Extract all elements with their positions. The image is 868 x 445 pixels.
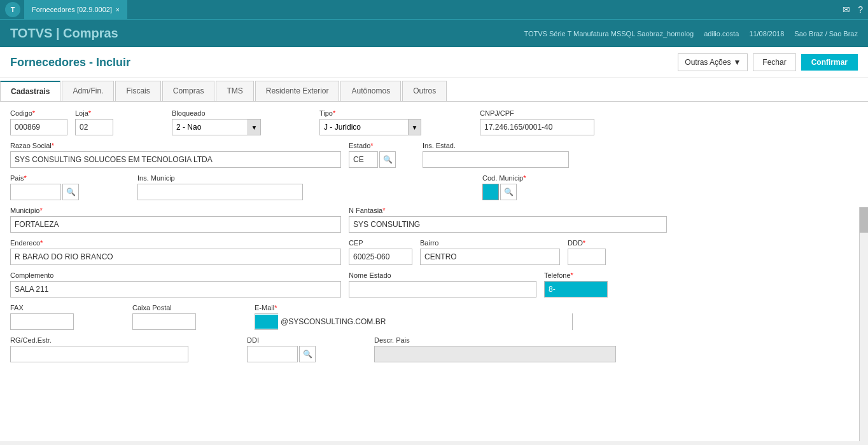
complemento-group: Complemento xyxy=(10,271,341,298)
help-icon[interactable]: ? xyxy=(858,4,863,15)
active-tab[interactable]: Fornecedores [02.9.0002] × xyxy=(24,0,127,19)
bloqueado-select-wrapper: 2 - Nao ▼ xyxy=(172,119,261,135)
confirmar-button[interactable]: Confirmar xyxy=(801,54,858,71)
ddi-group: DDI 🔍 xyxy=(247,336,316,362)
email-label: E-Mail* xyxy=(255,304,858,312)
fax-label: FAX xyxy=(10,304,74,312)
n-fantasia-label: N Fantasia* xyxy=(349,207,667,214)
tab-outros[interactable]: Outros xyxy=(402,81,447,101)
ddi-label: DDI xyxy=(247,336,316,344)
bairro-input[interactable] xyxy=(420,249,560,265)
cod-municip-search: 🔍 xyxy=(482,184,526,200)
telefone-label: Telefone* xyxy=(544,271,608,279)
cep-input[interactable] xyxy=(349,249,412,265)
loja-input[interactable] xyxy=(75,119,113,135)
tab-compras[interactable]: Compras xyxy=(162,81,215,101)
tab-fiscais[interactable]: Fiscais xyxy=(115,81,160,101)
close-tab-icon[interactable]: × xyxy=(116,6,120,13)
form-row-2: Razao Social* Estado* 🔍 Ins. Estad. xyxy=(10,142,858,168)
pais-input[interactable] xyxy=(10,184,61,200)
ddi-input[interactable] xyxy=(247,346,298,362)
nome-estado-label: Nome Estado xyxy=(349,271,536,279)
bloqueado-arrow[interactable]: ▼ xyxy=(248,119,261,135)
ddd-group: DDD* xyxy=(568,239,606,265)
municipio-input[interactable] xyxy=(10,216,341,233)
caixa-postal-group: Caixa Postal xyxy=(132,304,196,330)
endereco-input[interactable] xyxy=(10,249,341,265)
ins-municip-input[interactable] xyxy=(137,184,303,200)
tab-tms[interactable]: TMS xyxy=(216,81,253,101)
ddd-label: DDD* xyxy=(568,239,606,247)
form-row-4: Municipio* N Fantasia* xyxy=(10,207,858,233)
telefone-group: Telefone* xyxy=(544,271,608,298)
ddi-search-btn[interactable]: 🔍 xyxy=(299,346,316,362)
ddd-input[interactable] xyxy=(568,249,606,265)
ins-municip-group: Ins. Municip xyxy=(137,174,303,200)
caixa-postal-input[interactable] xyxy=(132,313,196,330)
complemento-input[interactable] xyxy=(10,281,341,298)
descr-pais-group: Descr. Pais xyxy=(374,336,616,362)
top-bar-right: ✉ ? xyxy=(843,4,863,15)
page-actions: Outras Ações ▼ Fechar Confirmar xyxy=(678,53,858,71)
tabs-bar: Cadastrais Adm/Fin. Fiscais Compras TMS … xyxy=(0,78,868,102)
bloqueado-select[interactable]: 2 - Nao xyxy=(172,119,248,135)
outras-acoes-button[interactable]: Outras Ações ▼ xyxy=(678,53,748,71)
dropdown-icon: ▼ xyxy=(733,58,741,67)
totvs-logo: T xyxy=(5,2,20,17)
rg-group: RG/Ced.Estr. xyxy=(10,336,188,362)
form-row-1: Codigo* Loja* Bloqueado 2 - Nao ▼ Tipo* … xyxy=(10,109,858,135)
scrollbar[interactable] xyxy=(859,207,868,441)
mail-icon[interactable]: ✉ xyxy=(843,4,850,15)
municipio-group: Municipio* xyxy=(10,207,341,233)
tipo-arrow[interactable]: ▼ xyxy=(409,119,421,135)
codigo-label: Codigo* xyxy=(10,109,67,117)
n-fantasia-input[interactable] xyxy=(349,216,667,233)
fax-input[interactable] xyxy=(10,313,74,330)
codigo-input[interactable] xyxy=(10,119,67,135)
pais-search-btn[interactable]: 🔍 xyxy=(62,184,79,200)
tipo-select[interactable]: J - Juridico xyxy=(319,119,409,135)
estado-search-btn[interactable]: 🔍 xyxy=(379,151,396,168)
tab-label: Fornecedores [02.9.0002] xyxy=(32,6,112,13)
razao-social-group: Razao Social* xyxy=(10,142,341,168)
nav-info: TOTVS Série T Manufatura MSSQL Saobraz_h… xyxy=(524,30,858,38)
tab-cadastrais[interactable]: Cadastrais xyxy=(0,81,60,101)
app-title: TOTVS | Compras xyxy=(10,26,118,41)
email-group: E-Mail* xyxy=(255,304,858,330)
tab-autonomos[interactable]: Autônomos xyxy=(340,81,401,101)
page-header: Fornecedores - Incluir Outras Ações ▼ Fe… xyxy=(0,47,868,78)
email-input[interactable] xyxy=(278,313,572,330)
nome-estado-input[interactable] xyxy=(349,281,536,298)
form-area: Codigo* Loja* Bloqueado 2 - Nao ▼ Tipo* … xyxy=(0,102,868,441)
cod-municip-search-btn[interactable]: 🔍 xyxy=(500,184,517,200)
tipo-select-wrapper: J - Juridico ▼ xyxy=(319,119,421,135)
loja-group: Loja* xyxy=(75,109,113,135)
cnpj-label: CNPJ/CPF xyxy=(480,109,594,117)
telefone-input[interactable] xyxy=(544,281,608,298)
form-row-6: Complemento Nome Estado Telefone* xyxy=(10,271,858,298)
razao-social-input[interactable] xyxy=(10,151,341,168)
estado-group: Estado* 🔍 xyxy=(349,142,396,168)
rg-input[interactable] xyxy=(10,346,188,362)
municipio-label: Municipio* xyxy=(10,207,341,214)
tipo-group: Tipo* J - Juridico ▼ xyxy=(319,109,421,135)
tab-adm-fin[interactable]: Adm/Fin. xyxy=(62,81,114,101)
form-row-8: RG/Ced.Estr. DDI 🔍 Descr. Pais xyxy=(10,336,858,362)
ins-estad-input[interactable] xyxy=(423,151,569,168)
endereco-label: Endereco* xyxy=(10,239,341,247)
loja-label: Loja* xyxy=(75,109,113,117)
bloqueado-group: Bloqueado 2 - Nao ▼ xyxy=(172,109,261,135)
email-prefix-highlight xyxy=(255,315,278,329)
cnpj-group: CNPJ/CPF xyxy=(480,109,594,135)
tab-residente-exterior[interactable]: Residente Exterior xyxy=(255,81,340,101)
ins-estad-group: Ins. Estad. xyxy=(423,142,569,168)
page-title: Fornecedores - Incluir xyxy=(10,56,130,69)
estado-input[interactable] xyxy=(349,151,378,168)
form-row-3: Pais* 🔍 Ins. Municip Cod. Municip* 🔍 xyxy=(10,174,858,200)
ddi-search: 🔍 xyxy=(247,346,316,362)
nav-bar: TOTVS | Compras TOTVS Série T Manufatura… xyxy=(0,19,868,47)
cep-group: CEP xyxy=(349,239,412,265)
cnpj-input[interactable] xyxy=(480,119,594,135)
scrollbar-thumb[interactable] xyxy=(860,207,868,233)
fechar-button[interactable]: Fechar xyxy=(753,53,795,71)
